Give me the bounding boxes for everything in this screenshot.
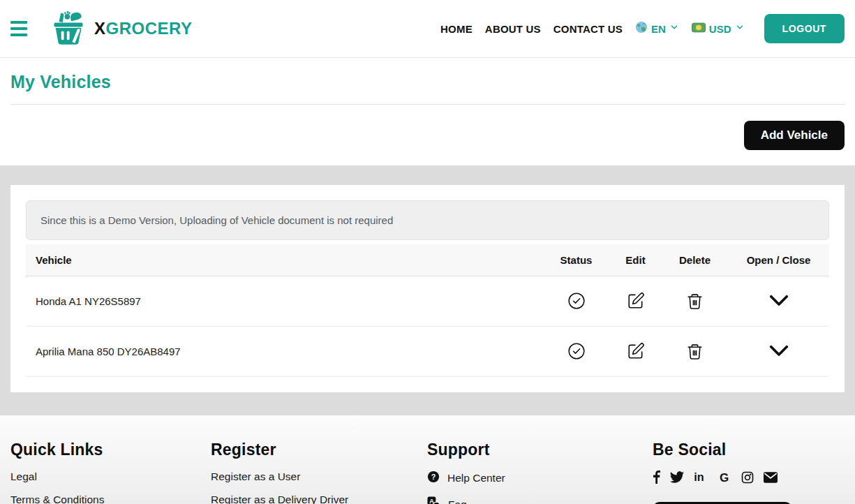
footer-support: Support ? Help Center A Faq [427, 440, 653, 504]
currency-selector[interactable]: USD [692, 22, 745, 36]
email-envelope-icon[interactable] [764, 472, 778, 483]
status-active-icon[interactable] [566, 290, 587, 311]
vehicle-name: Aprilia Mana 850 DY26AB8497 [26, 327, 543, 377]
language-value: EN [651, 23, 666, 35]
linkedin-icon[interactable]: in [694, 471, 709, 484]
table-header-row: Vehicle Status Edit Delete Open / Close [26, 244, 829, 276]
twitter-icon[interactable] [670, 471, 684, 483]
page-toolbar: Add Vehicle [0, 105, 855, 165]
brand-logo[interactable]: XGROCERY [50, 8, 192, 49]
column-status: Status [543, 244, 609, 276]
footer-heading: Be Social [653, 440, 845, 459]
language-selector[interactable]: EN [635, 21, 679, 36]
main-content: Since this is a Demo Version, Uploading … [0, 165, 855, 415]
link-register-user[interactable]: Register as a User [211, 470, 427, 483]
social-icons: in G [653, 470, 845, 484]
footer-be-social: Be Social in G Downl [653, 440, 845, 504]
link-label: Faq [448, 498, 467, 504]
logout-button[interactable]: LOGOUT [764, 14, 845, 43]
hamburger-menu-icon[interactable] [10, 17, 34, 40]
page-title-bar: My Vehicles [0, 58, 855, 105]
link-legal[interactable]: Legal [10, 470, 211, 483]
table-row: Aprilia Mana 850 DY26AB8497 [26, 327, 829, 377]
svg-text:in: in [694, 471, 704, 483]
link-terms-conditions[interactable]: Terms & Conditions [10, 494, 211, 504]
add-vehicle-button[interactable]: Add Vehicle [744, 121, 845, 150]
grocery-basket-icon [50, 8, 87, 49]
chevron-down-icon [669, 22, 679, 35]
table-row: Honda A1 NY26S5897 [26, 276, 829, 327]
svg-text:G: G [720, 471, 729, 484]
edit-icon[interactable] [625, 290, 646, 311]
currency-value: USD [709, 23, 731, 35]
vehicles-table: Vehicle Status Edit Delete Open / Close … [26, 244, 829, 377]
status-active-icon[interactable] [566, 341, 587, 362]
expand-chevron-icon[interactable] [767, 292, 791, 309]
link-help-center[interactable]: ? Help Center [427, 470, 653, 486]
column-open-close: Open / Close [728, 244, 829, 276]
delete-trash-icon[interactable] [685, 291, 705, 311]
footer-heading: Quick Links [10, 440, 211, 459]
app-header: XGROCERY HOME ABOUT US CONTACT US EN [0, 0, 855, 58]
edit-icon[interactable] [625, 341, 646, 362]
expand-chevron-icon[interactable] [767, 343, 791, 360]
globe-icon [635, 21, 648, 36]
translate-icon: A [427, 496, 440, 504]
nav-contact-us[interactable]: CONTACT US [553, 23, 623, 35]
google-icon[interactable]: G [719, 471, 731, 484]
link-label: Help Center [447, 472, 505, 484]
footer-quick-links: Quick Links Legal Terms & Conditions How… [10, 440, 211, 504]
footer-heading: Support [427, 440, 653, 459]
column-delete: Delete [662, 244, 728, 276]
banknote-icon [692, 22, 706, 36]
link-faq[interactable]: A Faq [427, 496, 653, 504]
page-footer: Quick Links Legal Terms & Conditions How… [0, 415, 855, 504]
column-vehicle: Vehicle [26, 244, 543, 276]
nav-home[interactable]: HOME [440, 23, 473, 35]
footer-heading: Register [211, 440, 427, 459]
brand-name: XGROCERY [94, 19, 192, 38]
link-register-driver[interactable]: Register as a Delivery Driver [211, 494, 427, 504]
delete-trash-icon[interactable] [685, 341, 705, 362]
svg-text:?: ? [431, 473, 436, 481]
instagram-icon[interactable] [741, 471, 754, 484]
main-nav: HOME ABOUT US CONTACT US EN USD [440, 14, 845, 43]
demo-notice: Since this is a Demo Version, Uploading … [26, 200, 829, 240]
vehicles-card: Since this is a Demo Version, Uploading … [10, 185, 845, 392]
chevron-down-icon [735, 22, 745, 35]
page-title: My Vehicles [10, 72, 845, 104]
column-edit: Edit [609, 244, 662, 276]
facebook-icon[interactable] [653, 470, 660, 484]
footer-register: Register Register as a User Register as … [211, 440, 427, 504]
vehicle-name: Honda A1 NY26S5897 [26, 276, 543, 327]
help-circle-icon: ? [427, 470, 440, 486]
nav-about-us[interactable]: ABOUT US [485, 23, 541, 35]
